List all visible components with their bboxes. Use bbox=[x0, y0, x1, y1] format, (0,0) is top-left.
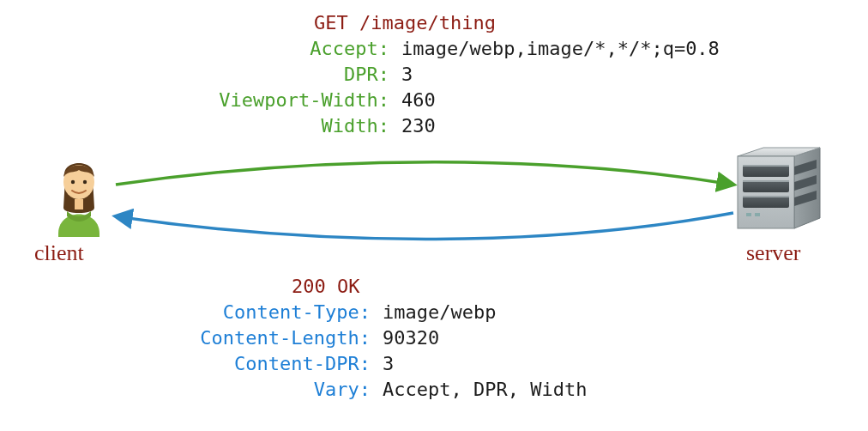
res-header-value-cdpr: 3 bbox=[383, 352, 394, 376]
svg-rect-12 bbox=[743, 196, 789, 197]
req-header-value-accept: image/webp,image/*,*/*;q=0.8 bbox=[401, 38, 720, 59]
req-header-name-width: Width: bbox=[0, 115, 389, 137]
svg-rect-10 bbox=[743, 165, 789, 167]
server-icon bbox=[738, 148, 820, 228]
client-icon bbox=[58, 163, 99, 237]
response-status: 200 OK bbox=[292, 275, 359, 299]
res-header-value-vary: Accept, DPR, Width bbox=[383, 378, 587, 402]
req-header-name-dpr: DPR: bbox=[0, 64, 389, 85]
request-line: GET /image/thing bbox=[314, 12, 496, 33]
svg-point-3 bbox=[83, 180, 87, 184]
req-header-value-width: 230 bbox=[401, 115, 436, 137]
svg-rect-8 bbox=[746, 213, 751, 216]
req-header-name-accept: Accept: bbox=[0, 38, 389, 59]
res-header-name-ctype: Content-Type: bbox=[0, 300, 371, 325]
svg-point-1 bbox=[63, 165, 94, 199]
req-header-value-dpr: 3 bbox=[401, 64, 413, 85]
svg-rect-6 bbox=[743, 180, 789, 192]
svg-rect-7 bbox=[743, 196, 789, 208]
response-arrow bbox=[116, 213, 733, 240]
svg-rect-11 bbox=[743, 180, 789, 182]
svg-point-2 bbox=[71, 180, 75, 184]
http-request-block: GET /image/thing Accept: image/webp,imag… bbox=[0, 12, 868, 158]
res-header-name-clen: Content-Length: bbox=[0, 326, 371, 350]
res-header-value-clen: 90320 bbox=[383, 326, 439, 350]
svg-rect-0 bbox=[75, 199, 83, 209]
svg-rect-4 bbox=[738, 156, 794, 228]
res-header-name-vary: Vary: bbox=[0, 378, 371, 402]
client-label: client bbox=[34, 240, 84, 266]
request-arrow bbox=[116, 162, 733, 185]
svg-rect-9 bbox=[755, 213, 760, 216]
req-header-value-viewport: 460 bbox=[401, 89, 436, 111]
diagram-stage: GET /image/thing Accept: image/webp,imag… bbox=[0, 0, 868, 431]
res-header-value-ctype: image/webp bbox=[383, 300, 496, 325]
res-header-name-cdpr: Content-DPR: bbox=[0, 352, 371, 376]
req-header-name-viewport: Viewport-Width: bbox=[0, 89, 389, 111]
svg-rect-5 bbox=[743, 165, 789, 177]
server-label: server bbox=[746, 240, 801, 266]
